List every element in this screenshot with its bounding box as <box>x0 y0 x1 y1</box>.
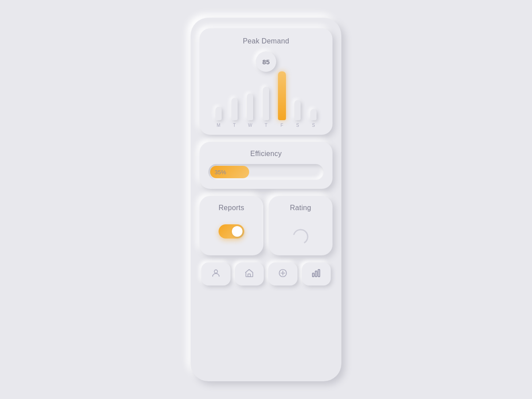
bar-wrap: S <box>292 100 304 128</box>
analytics-icon <box>311 268 321 280</box>
nav-home-button[interactable] <box>235 262 264 286</box>
bar <box>215 107 222 120</box>
svg-rect-7 <box>315 271 317 277</box>
rating-title: Rating <box>290 204 311 212</box>
bar-day-label: S <box>296 123 299 128</box>
bar <box>231 98 238 120</box>
bar-day-label: T <box>233 123 236 128</box>
progress-container: 35% <box>208 164 324 180</box>
bottom-row: Reports Rating <box>200 196 332 255</box>
rating-card: Rating <box>269 196 332 255</box>
peak-demand-card: Peak Demand 85 MTWTFSS <box>200 28 332 135</box>
bar-wrap: M <box>213 107 224 128</box>
bar-day-label: S <box>312 123 315 128</box>
svg-rect-8 <box>318 269 320 277</box>
bar-chart: MTWTFSS <box>208 74 324 128</box>
peak-demand-title: Peak Demand <box>208 37 324 45</box>
svg-point-0 <box>291 227 309 246</box>
reports-card: Reports <box>200 196 263 255</box>
bar-wrap: T <box>229 98 240 128</box>
efficiency-card: Efficiency 35% <box>200 142 332 189</box>
reports-toggle[interactable] <box>219 224 244 239</box>
bottom-nav <box>200 262 332 286</box>
bar-day-label: T <box>265 123 267 128</box>
nav-analytics-button[interactable] <box>302 262 331 286</box>
bar-day-label: F <box>281 123 283 128</box>
progress-label: 35% <box>215 169 226 176</box>
add-icon <box>278 268 288 280</box>
nav-add-button[interactable] <box>268 262 297 286</box>
svg-rect-2 <box>248 274 251 276</box>
nav-profile-button[interactable] <box>201 262 231 286</box>
peak-value-badge: 85 <box>256 51 276 72</box>
phone-container: Peak Demand 85 MTWTFSS Efficiency 35% Re… <box>191 18 341 381</box>
svg-rect-6 <box>313 273 314 277</box>
progress-track: 35% <box>208 164 324 180</box>
bar-day-label: M <box>217 123 220 128</box>
active-bar <box>278 71 286 120</box>
profile-icon <box>211 268 221 280</box>
svg-point-1 <box>214 270 217 273</box>
bar <box>263 87 269 120</box>
bar <box>294 100 301 120</box>
efficiency-title: Efficiency <box>208 150 324 158</box>
chart-area: 85 MTWTFSS <box>208 51 324 128</box>
bar <box>310 109 317 120</box>
toggle-knob <box>232 226 243 237</box>
rating-arc-icon <box>289 224 312 246</box>
home-icon <box>244 268 254 280</box>
bar-wrap: T <box>260 87 272 128</box>
bar-wrap: S <box>308 109 319 128</box>
bar-wrap: F <box>276 71 288 128</box>
bar <box>247 94 253 120</box>
bar-wrap: W <box>244 94 256 128</box>
bar-day-label: W <box>248 123 252 128</box>
reports-title: Reports <box>219 204 244 212</box>
